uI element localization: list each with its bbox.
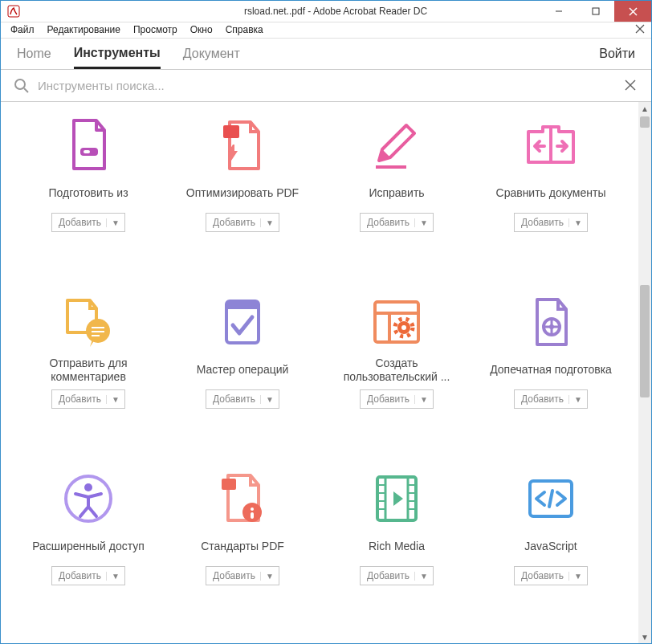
tool-send-comments[interactable]: Отправить для комментариев Добавить▼ bbox=[15, 290, 161, 459]
tool-label: JavaScript bbox=[521, 532, 580, 561]
svg-rect-0 bbox=[8, 6, 19, 17]
chevron-down-icon: ▼ bbox=[568, 572, 582, 581]
svg-point-36 bbox=[251, 507, 254, 511]
tool-label: Сравнить документы bbox=[493, 179, 609, 208]
tab-document[interactable]: Документ bbox=[183, 40, 240, 67]
scrollbar-arrow-up-icon[interactable]: ▲ bbox=[638, 102, 651, 115]
accessibility-icon bbox=[59, 470, 117, 528]
tab-tools[interactable]: Инструменты bbox=[74, 39, 161, 69]
preflight-icon bbox=[522, 293, 580, 351]
add-button[interactable]: Добавить▼ bbox=[514, 213, 588, 232]
tools-grid-container: Подготовить из Добавить▼ Оптимизировать … bbox=[1, 102, 638, 643]
chevron-down-icon: ▼ bbox=[260, 572, 274, 581]
svg-rect-22 bbox=[375, 302, 418, 342]
chevron-down-icon: ▼ bbox=[106, 395, 120, 404]
content-scroll-area: Подготовить из Добавить▼ Оптимизировать … bbox=[1, 102, 651, 643]
menu-help[interactable]: Справка bbox=[219, 22, 270, 37]
scrollbar-thumb[interactable] bbox=[640, 285, 650, 397]
tool-label: Стандарты PDF bbox=[198, 532, 287, 561]
menu-view[interactable]: Просмотр bbox=[127, 22, 184, 37]
tool-prepare[interactable]: Подготовить из Добавить▼ bbox=[15, 113, 161, 282]
tool-label: Расширенный доступ bbox=[29, 532, 148, 561]
tool-label: Rich Media bbox=[365, 532, 428, 561]
tool-standards[interactable]: Стандарты PDF Добавить▼ bbox=[169, 467, 316, 635]
svg-point-27 bbox=[401, 325, 406, 330]
tool-label: Оптимизировать PDF bbox=[183, 179, 302, 208]
acrobat-app-icon bbox=[7, 5, 20, 18]
tool-label: Допечатная подготовка bbox=[487, 356, 615, 385]
clear-search-icon[interactable] bbox=[624, 79, 638, 93]
tool-label: Создать пользовательский ... bbox=[324, 356, 470, 385]
chevron-down-icon: ▼ bbox=[260, 395, 274, 404]
add-button[interactable]: Добавить▼ bbox=[206, 389, 279, 409]
tool-optimize[interactable]: Оптимизировать PDF Добавить▼ bbox=[169, 113, 316, 282]
add-button[interactable]: Добавить▼ bbox=[206, 566, 279, 585]
tool-rich-media[interactable]: Rich Media Добавить▼ bbox=[324, 467, 470, 635]
svg-point-33 bbox=[84, 483, 92, 491]
svg-rect-34 bbox=[222, 479, 236, 490]
vertical-scrollbar[interactable]: ▲ ▼ bbox=[638, 102, 651, 643]
minimize-button[interactable] bbox=[540, 1, 577, 22]
javascript-icon bbox=[522, 470, 580, 528]
svg-point-7 bbox=[15, 79, 25, 89]
tool-javascript[interactable]: JavaScript Добавить▼ bbox=[478, 467, 624, 635]
window: rsload.net..pdf - Adobe Acrobat Reader D… bbox=[0, 0, 652, 644]
redact-icon bbox=[368, 116, 426, 174]
tool-preflight[interactable]: Допечатная подготовка Добавить▼ bbox=[478, 290, 624, 459]
send-comments-icon bbox=[59, 293, 117, 351]
tool-compare[interactable]: Сравнить документы Добавить▼ bbox=[478, 113, 624, 282]
tool-label: Мастер операций bbox=[194, 356, 292, 385]
tool-accessibility[interactable]: Расширенный доступ Добавить▼ bbox=[15, 467, 161, 635]
add-button[interactable]: Добавить▼ bbox=[51, 566, 125, 585]
chevron-down-icon: ▼ bbox=[414, 218, 428, 227]
add-button[interactable]: Добавить▼ bbox=[514, 566, 588, 585]
titlebar: rsload.net..pdf - Adobe Acrobat Reader D… bbox=[1, 1, 651, 22]
add-button[interactable]: Добавить▼ bbox=[51, 213, 125, 232]
add-button[interactable]: Добавить▼ bbox=[514, 389, 588, 409]
tool-label: Исправить bbox=[365, 179, 427, 208]
svg-point-31 bbox=[549, 324, 554, 329]
chevron-down-icon: ▼ bbox=[106, 572, 120, 581]
sign-in-button[interactable]: Войти bbox=[599, 47, 635, 61]
tab-home[interactable]: Home bbox=[17, 40, 51, 67]
add-button[interactable]: Добавить▼ bbox=[360, 566, 434, 585]
menu-edit[interactable]: Редактирование bbox=[41, 22, 127, 37]
action-wizard-icon bbox=[214, 293, 271, 351]
close-window-button[interactable] bbox=[614, 1, 651, 22]
svg-line-50 bbox=[549, 491, 552, 507]
add-button[interactable]: Добавить▼ bbox=[206, 213, 279, 232]
tool-custom[interactable]: Создать пользовательский ... Добавить▼ bbox=[324, 290, 470, 459]
chevron-down-icon: ▼ bbox=[414, 395, 428, 404]
svg-rect-37 bbox=[251, 512, 254, 519]
optimize-pdf-icon bbox=[214, 116, 271, 174]
menu-file[interactable]: Файл bbox=[4, 22, 41, 37]
svg-rect-21 bbox=[226, 301, 259, 309]
svg-rect-2 bbox=[593, 8, 599, 14]
menubar: Файл Редактирование Просмотр Окно Справк… bbox=[1, 22, 651, 39]
chevron-down-icon: ▼ bbox=[568, 395, 582, 404]
tabbar: Home Инструменты Документ Войти bbox=[1, 39, 651, 71]
menu-window[interactable]: Окно bbox=[184, 22, 219, 37]
searchbar bbox=[1, 70, 651, 102]
search-input[interactable] bbox=[38, 79, 624, 92]
add-button[interactable]: Добавить▼ bbox=[360, 389, 434, 409]
maximize-button[interactable] bbox=[577, 1, 614, 22]
tool-action-wizard[interactable]: Мастер операций Добавить▼ bbox=[169, 290, 316, 459]
tool-redact[interactable]: Исправить Добавить▼ bbox=[324, 113, 470, 282]
chevron-down-icon: ▼ bbox=[414, 572, 428, 581]
scrollbar-arrow-down-icon[interactable]: ▼ bbox=[638, 630, 651, 643]
tool-label: Отправить для комментариев bbox=[15, 356, 161, 385]
close-document-button[interactable] bbox=[635, 24, 645, 34]
chevron-down-icon: ▼ bbox=[568, 218, 582, 227]
prepare-form-icon bbox=[59, 116, 117, 174]
compare-icon bbox=[522, 116, 580, 174]
svg-rect-12 bbox=[84, 150, 90, 153]
search-icon bbox=[14, 78, 30, 94]
tool-label: Подготовить из bbox=[45, 179, 131, 208]
scrollbar-thumb[interactable] bbox=[640, 116, 650, 128]
pdf-standards-icon bbox=[214, 470, 271, 528]
add-button[interactable]: Добавить▼ bbox=[360, 213, 434, 232]
custom-tool-icon bbox=[368, 293, 426, 351]
add-button[interactable]: Добавить▼ bbox=[51, 389, 125, 409]
svg-rect-13 bbox=[223, 125, 239, 138]
